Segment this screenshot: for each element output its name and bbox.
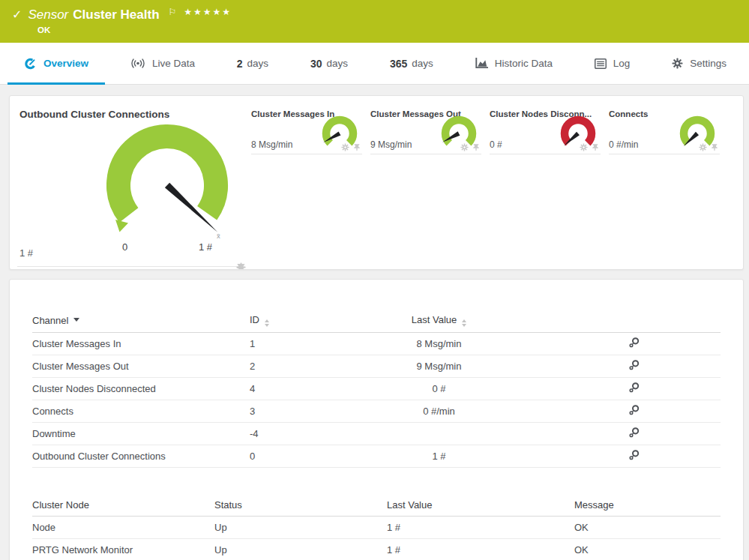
- node-message: OK: [574, 517, 721, 539]
- channel-row[interactable]: Downtime -4: [32, 422, 721, 445]
- gauge-settings-gear-icon[interactable]: [460, 143, 469, 151]
- channel-id: 0: [250, 445, 373, 467]
- channel-row[interactable]: Connects 3 0 #/min: [32, 400, 721, 422]
- tab-historic-data[interactable]: Historic Data: [457, 43, 571, 84]
- area-chart-icon: [475, 58, 488, 69]
- gauge-icon: [24, 57, 37, 70]
- tab-365-days[interactable]: 365 days: [372, 43, 451, 84]
- tab-log[interactable]: Log: [577, 43, 649, 84]
- node-status: Up: [214, 517, 387, 539]
- tab-2-days[interactable]: 2 days: [219, 43, 286, 84]
- gauge-settings-gear-icon[interactable]: [699, 143, 707, 151]
- main-content: Outbound Cluster Connections x̄ 0 1 # 1 …: [0, 85, 749, 560]
- log-icon: [595, 58, 607, 69]
- channel-id: 4: [250, 377, 373, 400]
- tab-number: 2: [237, 58, 243, 70]
- tab-number: 30: [310, 58, 322, 70]
- channel-name: Cluster Messages Out: [32, 355, 250, 377]
- channel-zoom-icon[interactable]: [629, 382, 640, 393]
- mini-gauge-panel: Cluster Messages Out 9 Msg/min: [370, 106, 481, 154]
- cluster-node-row[interactable]: Node Up 1 # OK: [32, 517, 721, 539]
- status-check-icon: ✓: [12, 7, 22, 23]
- channel-last-value: 1 #: [373, 445, 505, 467]
- tab-number: 365: [390, 58, 407, 70]
- mini-gauge-panel: Cluster Messages In 8 Msg/min: [251, 106, 362, 154]
- tab-settings[interactable]: Settings: [654, 43, 745, 84]
- node-name: PRTG Network Monitor: [32, 539, 214, 560]
- mini-gauge-panel: Cluster Nodes Disconn... 0 #: [490, 106, 601, 154]
- tab-label: days: [247, 58, 269, 69]
- tab-label: Log: [613, 58, 631, 69]
- column-header-id[interactable]: ID: [250, 310, 373, 332]
- cluster-node-row[interactable]: PRTG Network Monitor Up 1 # OK: [32, 539, 721, 560]
- channel-name: Connects: [32, 400, 250, 422]
- details-panel: Channel ID Last Value Cluster Messages I…: [9, 279, 744, 560]
- column-header-last-value[interactable]: Last Value: [373, 310, 505, 332]
- channel-row[interactable]: Cluster Messages In 1 8 Msg/min: [32, 332, 721, 355]
- channel-name: Cluster Messages In: [32, 332, 250, 355]
- node-status: Up: [214, 539, 387, 560]
- flag-icon[interactable]: ⚐: [169, 7, 177, 17]
- channel-zoom-icon[interactable]: [629, 337, 640, 348]
- gauges-panel: Outbound Cluster Connections x̄ 0 1 # 1 …: [9, 95, 744, 270]
- mini-gauge-panel: Connects 0 #/min: [609, 106, 720, 154]
- sort-icon: [265, 319, 269, 327]
- node-last-value: 1 #: [387, 539, 574, 560]
- node-last-value: 1 #: [387, 517, 574, 539]
- gauge-scale-min: 0: [122, 241, 127, 253]
- priority-stars[interactable]: ★★★★★: [184, 7, 232, 17]
- channel-zoom-icon[interactable]: [629, 450, 640, 460]
- gauge-pin-icon[interactable]: [472, 143, 480, 151]
- channel-zoom-icon[interactable]: [629, 427, 640, 438]
- channel-last-value: 9 Msg/min: [373, 355, 505, 377]
- gauge-title: Connects: [609, 109, 648, 118]
- gauge-current-value: 0 #: [490, 139, 502, 150]
- sort-icon: [462, 319, 466, 327]
- channel-zoom-icon[interactable]: [629, 405, 640, 415]
- object-kind-label: Sensor: [28, 7, 68, 23]
- channel-table: Channel ID Last Value Cluster Messages I…: [32, 310, 721, 468]
- channel-last-value: 0 #/min: [373, 400, 505, 422]
- average-marker: x̄: [217, 232, 220, 240]
- gauge-settings-gear-icon[interactable]: [580, 143, 588, 151]
- channel-name: Outbound Cluster Connections: [32, 445, 250, 467]
- tab-overview[interactable]: Overview: [6, 43, 106, 84]
- channel-row[interactable]: Cluster Messages Out 2 9 Msg/min: [32, 355, 721, 377]
- gauge-current-value: 1 #: [19, 247, 33, 259]
- gauge-current-value: 0 #/min: [609, 139, 638, 150]
- main-gauge-section: Outbound Cluster Connections x̄ 0 1 # 1 …: [17, 96, 243, 267]
- cluster-node-table: Cluster Node Status Last Value Message N…: [32, 494, 721, 560]
- column-header-status: Status: [214, 494, 387, 517]
- channel-id: 3: [250, 400, 373, 422]
- tab-label: days: [327, 58, 349, 69]
- gauge-pin-icon[interactable]: [592, 143, 599, 151]
- node-name: Node: [32, 517, 214, 539]
- gauge-scale-max: 1 #: [199, 241, 212, 253]
- channel-zoom-icon[interactable]: [629, 360, 640, 370]
- column-header-cluster-node: Cluster Node: [32, 494, 214, 517]
- column-header-channel[interactable]: Channel: [32, 310, 250, 332]
- channel-row[interactable]: Outbound Cluster Connections 0 1 #: [32, 445, 721, 467]
- node-message: OK: [574, 539, 721, 560]
- tab-label: Historic Data: [495, 58, 553, 69]
- channel-name: Cluster Nodes Disconnected: [32, 377, 250, 400]
- channel-id: 2: [250, 355, 373, 377]
- broadcast-icon: [130, 58, 145, 69]
- tab-label: days: [412, 58, 433, 69]
- sort-desc-icon: [73, 318, 79, 325]
- page-title: Cluster Health: [73, 7, 159, 23]
- tab-bar: Overview Live Data 2 days 30 days 365 da…: [0, 43, 749, 85]
- status-badge: OK: [37, 25, 749, 34]
- gauge-pin-icon[interactable]: [353, 143, 361, 151]
- gauge-pin-icon[interactable]: [711, 143, 718, 151]
- channel-last-value: 8 Msg/min: [373, 332, 505, 355]
- gauge-current-value: 8 Msg/min: [251, 139, 292, 150]
- column-header-message: Message: [574, 494, 721, 517]
- tab-live-data[interactable]: Live Data: [112, 43, 213, 84]
- tab-30-days[interactable]: 30 days: [292, 43, 366, 84]
- gauge-settings-gear-icon[interactable]: [341, 143, 349, 151]
- channel-row[interactable]: Cluster Nodes Disconnected 4 0 #: [32, 377, 721, 400]
- channel-last-value: [373, 422, 505, 445]
- tab-label: Live Data: [152, 58, 195, 69]
- channel-name: Downtime: [32, 422, 250, 445]
